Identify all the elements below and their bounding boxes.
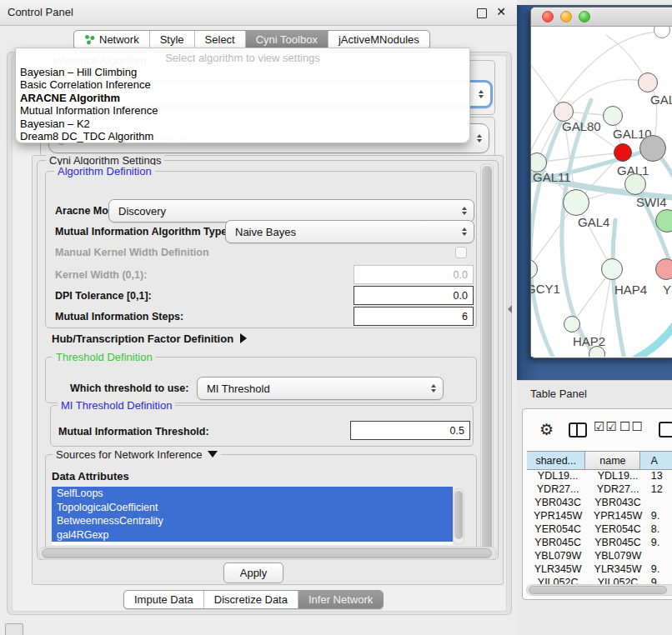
dpi-tolerance-label: DPI Tolerance [0,1]: (55, 290, 152, 302)
mi-type-label: Mutual Information Algorithm Type: (55, 226, 230, 238)
columns-icon[interactable] (569, 422, 587, 438)
table-body: YDL19... YDL19... 13 YDR27... YDR27... 1… (527, 469, 672, 586)
panel-title: Control Panel (8, 0, 73, 25)
combo-arrows-icon (429, 384, 437, 392)
algorithm-list-item[interactable]: Mutual Information Inference (16, 104, 469, 117)
algorithm-list-item[interactable]: ARACNE Algorithm (16, 92, 469, 104)
network-node-label: GAL11 (533, 170, 571, 184)
apply-button[interactable]: Apply (223, 562, 283, 583)
mi-threshold-field[interactable]: 0.5 (350, 421, 470, 440)
hub-definition-expander[interactable]: Hub/Transcription Factor Definition (52, 332, 247, 345)
settings-vscrollbar-thumb[interactable] (482, 166, 492, 551)
column-header-shared-name[interactable]: shared... (527, 452, 585, 469)
which-threshold-label: Which threshold to use: (70, 382, 188, 394)
kernel-width-field[interactable]: 0.0 (354, 265, 474, 284)
table-panel: ⚙ ☑☑ ☐☐ shared... name A YDL19... YDL19.… (522, 408, 672, 600)
dpi-tolerance-field[interactable]: 0.0 (354, 286, 474, 305)
gear-icon[interactable]: ⚙ (539, 420, 554, 439)
close-traffic-light-icon[interactable] (542, 11, 554, 22)
table-row[interactable]: YBR043C YBR043C (527, 496, 672, 509)
attribute-list-item-selected[interactable]: SelfLoops (52, 487, 453, 501)
document-icon[interactable] (659, 422, 672, 438)
network-node-label: GAL4 (578, 215, 609, 229)
network-canvas[interactable]: GALGAL80GAL10GAL1GAL11SWI4GAL4GCY1HAP4YH… (531, 27, 672, 357)
network-node-label: GCY1 (531, 282, 560, 296)
network-node-swi4[interactable] (624, 173, 646, 195)
algorithm-list-item[interactable]: Dream8 DC_TDC Algorithm (16, 130, 469, 142)
table-row[interactable]: YPR145W YPR145W 9. (527, 509, 672, 522)
checked-pair-icon[interactable]: ☑☑ (594, 419, 618, 434)
network-node-gal[interactable] (638, 72, 658, 92)
network-node-y[interactable] (655, 258, 672, 280)
attribute-list-item-selected[interactable]: BetweennessCentrality (52, 514, 453, 528)
application-root: Control Panel ✕ Network Style Select Cy (0, 0, 672, 635)
network-node-label: HAP4 (614, 282, 647, 297)
column-header-name[interactable]: name (585, 452, 640, 469)
table-row[interactable]: YLR345W YLR345W 9. (527, 562, 672, 576)
tab-cyni-toolbox[interactable]: Cyni Toolbox (245, 31, 328, 48)
algorithm-list-item[interactable]: Basic Correlation Inference (16, 78, 469, 91)
attributes-vscrollbar-thumb[interactable] (454, 491, 463, 539)
panel-collapse-handle[interactable] (508, 305, 512, 313)
manual-kernel-label: Manual Kernel Width Definition (55, 247, 209, 258)
table-panel-title: Table Panel (530, 381, 587, 408)
close-icon[interactable]: ✕ (496, 5, 506, 18)
combo-arrows-icon (460, 228, 468, 236)
network-node-hap4[interactable] (601, 258, 623, 280)
table-hscrollbar[interactable] (526, 584, 672, 596)
network-node-gal4[interactable] (563, 189, 589, 216)
network-node[interactable] (589, 346, 605, 357)
table-row[interactable]: YDR27... YDR27... 12 (527, 482, 672, 496)
data-attributes-label: Data Attributes (52, 470, 129, 482)
network-icon (84, 34, 95, 45)
tab-select[interactable]: Select (194, 31, 245, 48)
data-attributes-list: SelfLoops TopologicalCoefficient Between… (52, 487, 453, 545)
tab-network[interactable]: Network (74, 31, 149, 48)
attribute-list-item-selected[interactable]: gal4RGexp (52, 528, 453, 542)
settings-vscrollbar[interactable] (480, 163, 494, 555)
network-node-gal1[interactable] (614, 143, 632, 162)
tab-discretize-data[interactable]: Discretize Data (203, 591, 298, 608)
tab-jactivemnodules[interactable]: jActiveMNodules (328, 31, 429, 48)
zoom-traffic-light-icon[interactable] (579, 11, 590, 22)
network-node[interactable] (639, 135, 666, 162)
tab-style[interactable]: Style (149, 31, 194, 48)
table-hscrollbar-thumb[interactable] (529, 586, 667, 594)
network-node-label: SWI4 (636, 195, 667, 209)
network-window-titlebar[interactable] (531, 8, 672, 27)
mi-steps-field[interactable]: 6 (354, 307, 474, 326)
algorithm-dropdown-popup: Select algorithm to view settings Bayesi… (15, 48, 470, 143)
network-node[interactable] (655, 209, 672, 232)
which-threshold-combo[interactable]: MI Threshold (197, 377, 444, 400)
aracne-mode-combo[interactable]: Discovery (108, 199, 474, 222)
expander-arrow-icon (240, 333, 247, 343)
sources-group-title[interactable]: Sources for Network Inference (53, 448, 221, 461)
tab-impute-data[interactable]: Impute Data (124, 591, 203, 608)
algorithm-list-item[interactable]: Bayesian – Hill Climbing (16, 66, 469, 78)
table-panel-titlebar: Table Panel (517, 380, 672, 408)
minimize-traffic-light-icon[interactable] (560, 11, 572, 22)
table-row[interactable]: YER054C YER054C 8. (527, 522, 672, 536)
table-row[interactable]: YBR045C YBR045C 9. (527, 536, 672, 549)
attribute-list-item-selected[interactable]: TopologicalCoefficient (52, 501, 453, 515)
network-node-hap2[interactable] (564, 316, 580, 332)
network-node-gal10[interactable] (603, 106, 623, 126)
table-row[interactable]: YBL079W YBL079W (527, 549, 672, 562)
control-panel-titlebar: Control Panel ✕ (0, 0, 517, 26)
column-header-partial[interactable]: A (640, 452, 672, 469)
tab-infer-network[interactable]: Infer Network (298, 591, 383, 608)
algorithm-list: Bayesian – Hill Climbing Basic Correlati… (16, 66, 469, 142)
combo-arrows-icon (477, 90, 484, 98)
settings-hscrollbar[interactable] (38, 547, 497, 560)
network-node-label: Y (663, 282, 671, 297)
collapsed-panel-button[interactable] (5, 623, 23, 635)
float-window-icon[interactable] (477, 8, 487, 18)
unchecked-pair-icon[interactable]: ☐☐ (619, 419, 644, 434)
algorithm-list-item[interactable]: Bayesian – K2 (16, 118, 469, 130)
manual-kernel-checkbox[interactable] (455, 247, 467, 258)
attributes-vscrollbar[interactable] (453, 488, 464, 545)
mi-type-combo[interactable]: Naive Bayes (225, 220, 474, 243)
table-row[interactable]: YDL19... YDL19... 13 (527, 469, 672, 482)
bottom-tabbar: Impute Data Discretize Data Infer Networ… (123, 590, 384, 609)
settings-hscrollbar-thumb[interactable] (42, 548, 492, 558)
